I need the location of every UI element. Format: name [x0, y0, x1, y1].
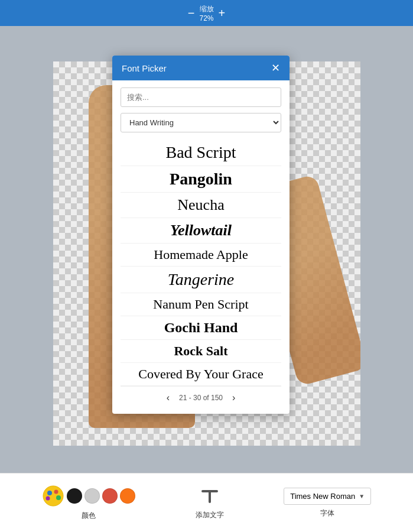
svg-point-2 — [54, 490, 58, 494]
font-list-item[interactable]: Rock Salt — [121, 340, 281, 363]
zoom-in-button[interactable]: + — [219, 7, 226, 19]
font-label: 字体 — [320, 508, 334, 518]
svg-point-1 — [47, 491, 52, 495]
swatch-black[interactable] — [67, 488, 82, 504]
palette-icon[interactable] — [42, 485, 64, 507]
font-picker-header: Font Picker ✕ — [112, 56, 290, 80]
font-list-item[interactable]: Nanum Pen Script — [121, 293, 281, 316]
zoom-controls: − 缩放 72% + — [188, 4, 225, 22]
color-section: 颜色 — [42, 485, 135, 521]
pagination-range: 21 - 30 of 150 — [179, 394, 223, 402]
font-list-item[interactable]: Gochi Hand — [121, 316, 281, 340]
swatch-orange[interactable] — [120, 488, 135, 504]
font-list: Bad ScriptPangolinNeuchaYellowtailHomema… — [121, 140, 281, 386]
font-list-item[interactable]: Homemade Apple — [121, 244, 281, 267]
font-list-item[interactable]: Covered By Your Grace — [121, 363, 281, 386]
svg-point-4 — [45, 497, 50, 501]
font-picker-body: Hand Writing Serif Sans-Serif Display Mo… — [112, 80, 290, 414]
font-list-item[interactable]: Tangerine — [121, 267, 281, 293]
swatch-gray[interactable] — [84, 488, 100, 504]
font-list-item[interactable]: Neucha — [121, 193, 281, 218]
pagination: ‹ 21 - 30 of 150 › — [121, 386, 281, 407]
zoom-label: 缩放 72% — [199, 4, 213, 22]
color-swatches — [42, 485, 135, 507]
svg-rect-6 — [209, 490, 211, 503]
font-picker-dialog: Font Picker ✕ Hand Writing Serif Sans-Se… — [112, 56, 290, 414]
font-section: Times New Roman ▼ 字体 — [284, 488, 371, 518]
font-category-select[interactable]: Hand Writing Serif Sans-Serif Display Mo… — [121, 113, 281, 132]
canvas-area: Font Picker ✕ Hand Writing Serif Sans-Se… — [0, 26, 413, 473]
add-text-label: 添加文字 — [196, 510, 224, 520]
font-list-item[interactable]: Yellowtail — [121, 218, 281, 244]
font-picker-title: Font Picker — [122, 63, 167, 73]
prev-page-button[interactable]: ‹ — [167, 392, 170, 403]
top-bar: − 缩放 72% + — [0, 0, 413, 26]
add-text-icon — [199, 485, 220, 507]
font-selector-button[interactable]: Times New Roman ▼ — [284, 488, 371, 505]
next-page-button[interactable]: › — [232, 392, 235, 403]
swatch-red[interactable] — [102, 488, 118, 504]
zoom-out-button[interactable]: − — [188, 7, 195, 19]
svg-point-0 — [43, 486, 63, 506]
chevron-down-icon: ▼ — [359, 493, 365, 499]
font-picker-close-button[interactable]: ✕ — [271, 63, 280, 73]
font-list-item[interactable]: Bad Script — [121, 140, 281, 166]
color-label: 颜色 — [82, 511, 96, 521]
svg-point-3 — [56, 495, 61, 500]
current-font-label: Times New Roman — [290, 492, 355, 501]
font-list-item[interactable]: Pangolin — [121, 166, 281, 193]
font-search-input[interactable] — [121, 87, 281, 107]
bottom-toolbar: 颜色 添加文字 Times New Roman ▼ 字体 — [0, 473, 413, 532]
add-text-section[interactable]: 添加文字 — [196, 485, 224, 520]
